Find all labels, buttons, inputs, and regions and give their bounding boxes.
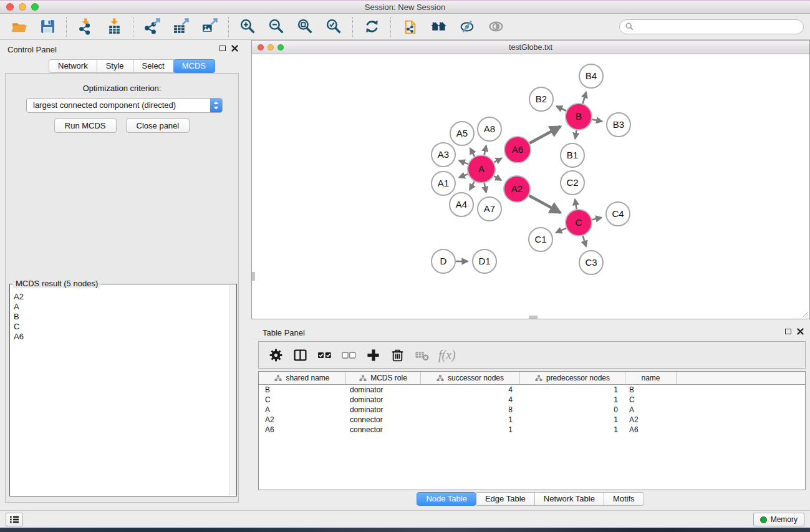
- delete-table-button: [414, 347, 429, 362]
- column-header-successor-nodes[interactable]: successor nodes: [421, 372, 520, 384]
- add-row-plus-button[interactable]: [365, 347, 380, 362]
- mcds-result-item[interactable]: A6: [14, 332, 231, 342]
- tab-select[interactable]: Select: [133, 59, 174, 73]
- float-panel-icon[interactable]: [219, 46, 226, 51]
- float-table-panel-icon[interactable]: [785, 329, 791, 334]
- node-label-B4: B4: [586, 70, 597, 81]
- select-all-checks-button[interactable]: [317, 347, 332, 362]
- table-row[interactable]: A6connector11A6: [259, 425, 805, 435]
- table-panel-tabs: Node TableEdge TableNetwork TableMotifs: [251, 492, 810, 506]
- horizontal-scroll-thumb[interactable]: [529, 316, 538, 319]
- edge-A-A8[interactable]: [485, 145, 486, 155]
- tab-edge-table[interactable]: Edge Table: [476, 492, 535, 506]
- edge-B-B3[interactable]: [592, 119, 602, 121]
- zoom-selected-button[interactable]: [322, 16, 345, 38]
- edge-A6-B[interactable]: [529, 127, 561, 143]
- columns-button[interactable]: [292, 347, 307, 362]
- close-table-panel-icon[interactable]: [797, 328, 804, 335]
- export-table-button[interactable]: [170, 16, 192, 38]
- run-mcds-button[interactable]: Run MCDS: [54, 118, 117, 133]
- search-field[interactable]: [619, 19, 804, 34]
- column-header-MCDS-role[interactable]: MCDS role: [346, 372, 421, 384]
- node-label-A8: A8: [484, 123, 495, 134]
- tab-mcds[interactable]: MCDS: [173, 59, 215, 73]
- network-view-window: testGlobe.txt AA1A2A3A4A5A6A7A8BB1B2B3B4…: [251, 40, 810, 319]
- node-label-C2: C2: [566, 177, 578, 188]
- tab-network[interactable]: Network: [49, 59, 97, 73]
- edge-A-A5[interactable]: [470, 148, 475, 157]
- deselect-all-checks-button[interactable]: [341, 347, 356, 362]
- open-session-button[interactable]: [7, 16, 30, 38]
- import-network-button[interactable]: [74, 16, 97, 38]
- zoom-out-button[interactable]: [265, 16, 287, 38]
- show-panels-button[interactable]: [6, 513, 23, 526]
- cell-successor-nodes: 1: [421, 415, 520, 424]
- edge-A-A6[interactable]: [494, 158, 501, 163]
- edge-A-A7[interactable]: [485, 183, 486, 193]
- edge-B-B1[interactable]: [575, 130, 576, 139]
- edge-C-C4[interactable]: [592, 218, 602, 220]
- column-label: successor nodes: [448, 374, 504, 382]
- cell-shared-name: C: [259, 395, 346, 404]
- vertical-scroll-thumb[interactable]: [252, 272, 255, 281]
- column-label: MCDS role: [370, 374, 407, 382]
- column-header-name[interactable]: name: [625, 372, 677, 384]
- memory-button[interactable]: Memory: [753, 513, 804, 526]
- network-canvas[interactable]: AA1A2A3A4A5A6A7A8BB1B2B3B4CC1C2C3C4DD1: [252, 55, 809, 319]
- edge-A-A3[interactable]: [459, 160, 468, 164]
- edge-A2-C[interactable]: [529, 196, 561, 213]
- zoom-fit-button[interactable]: [294, 16, 316, 38]
- refresh-button[interactable]: [360, 16, 383, 38]
- delete-trash-button[interactable]: [390, 347, 405, 362]
- edge-B-B4[interactable]: [583, 92, 587, 104]
- edge-B-B2[interactable]: [556, 106, 566, 110]
- result-scrollbar[interactable]: [229, 285, 236, 495]
- tab-network-table[interactable]: Network Table: [535, 492, 604, 506]
- table-row[interactable]: A2connector11A2: [259, 415, 805, 425]
- hide-graphics-eye-button[interactable]: [456, 16, 478, 38]
- edge-C-C2[interactable]: [575, 199, 577, 209]
- cell-predecessor-nodes: 1: [520, 425, 625, 434]
- tab-style[interactable]: Style: [97, 59, 133, 73]
- table-toolbar: f(x): [258, 341, 806, 369]
- mcds-result-item[interactable]: B: [14, 312, 231, 322]
- node-label-A7: A7: [484, 203, 495, 214]
- close-panel-icon[interactable]: [231, 45, 238, 52]
- column-sort-icon: [436, 375, 444, 382]
- search-input[interactable]: [637, 21, 803, 33]
- save-session-button[interactable]: [36, 16, 59, 38]
- import-table-button[interactable]: [103, 16, 125, 38]
- home-button[interactable]: [427, 16, 450, 38]
- control-panel-title: Control Panel: [7, 45, 57, 54]
- tab-motifs[interactable]: Motifs: [604, 492, 644, 506]
- resize-grip-icon[interactable]: [801, 310, 809, 318]
- criterion-dropdown[interactable]: largest connected component (directed): [26, 98, 223, 113]
- node-label-A4: A4: [456, 199, 467, 210]
- export-network-button[interactable]: [141, 16, 163, 38]
- column-header-shared-name[interactable]: shared name: [259, 372, 346, 384]
- mcds-result-item[interactable]: A: [14, 302, 231, 312]
- zoom-in-button[interactable]: [236, 16, 259, 38]
- export-image-button[interactable]: [198, 16, 221, 38]
- edge-A-A2[interactable]: [494, 176, 501, 180]
- columns-icon: [293, 348, 307, 362]
- mcds-result-item[interactable]: A2: [14, 292, 231, 302]
- mcds-result-item[interactable]: C: [14, 322, 231, 332]
- edge-A-A1[interactable]: [459, 174, 468, 178]
- table-panel-title: Table Panel: [263, 328, 305, 337]
- close-panel-button[interactable]: Close panel: [126, 118, 190, 133]
- edge-A-A4[interactable]: [470, 181, 475, 190]
- network-document-button[interactable]: [398, 16, 421, 38]
- main-toolbar: [0, 14, 810, 40]
- table-row[interactable]: Bdominator41B: [259, 385, 805, 395]
- edge-C-C1[interactable]: [556, 228, 566, 233]
- show-graphics-eye-button[interactable]: [485, 16, 507, 38]
- table-row[interactable]: Adominator80A: [259, 405, 805, 415]
- edge-C-C3[interactable]: [583, 236, 586, 247]
- column-sort-icon: [274, 375, 282, 382]
- tab-node-table[interactable]: Node Table: [417, 492, 476, 506]
- table-row[interactable]: Cdominator41C: [259, 395, 805, 405]
- table-panel: Table Panel f(x) shared nameMCDS rolesuc…: [251, 324, 810, 510]
- column-header-predecessor-nodes[interactable]: predecessor nodes: [520, 372, 625, 384]
- settings-gear-button[interactable]: [268, 347, 283, 362]
